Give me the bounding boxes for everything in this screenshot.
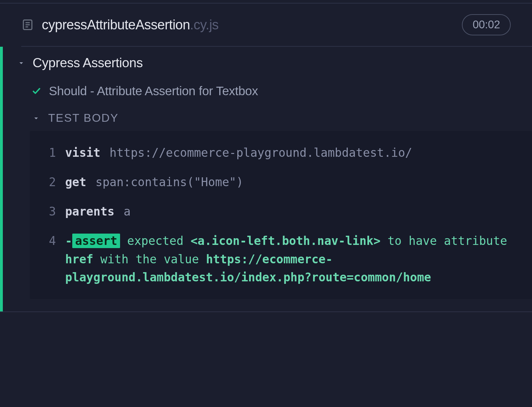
command-args: https://ecommerce-playground.lambdatest.… [109,146,412,160]
assert-content: -assertexpected <a.icon-left.both.nav-li… [65,232,522,286]
command-number: 2 [40,173,65,191]
command-name: visit [65,146,100,160]
chevron-down-icon [17,59,26,67]
assert-to-have: to have attribute [387,234,507,248]
command-name: get [65,175,86,189]
command-number: 1 [40,144,65,162]
assert-pill: assert [72,234,120,248]
assert-expected: expected [127,234,191,248]
test-title: Should - Attribute Assertion for Textbox [49,84,258,98]
command-row[interactable]: 3 parentsa [30,197,532,226]
command-content: visithttps://ecommerce-playground.lambda… [65,144,522,162]
spec-title: cypressAttributeAssertion.cy.js [42,17,219,33]
test-body-row[interactable]: TEST BODY [32,111,532,125]
assert-dash: - [65,234,72,248]
suite-title: Cypress Assertions [33,56,143,70]
test-block: Cypress Assertions Should - Attribute As… [0,47,532,311]
bottom-divider [0,311,532,312]
command-args: span:contains("Home") [96,175,243,189]
chevron-down-icon [32,114,40,122]
assert-attr: href [65,252,93,266]
test-row[interactable]: Should - Attribute Assertion for Textbox [32,84,532,98]
command-log: 1 visithttps://ecommerce-playground.lamb… [30,131,532,299]
timer-badge: 00:02 [462,14,511,35]
command-number: 4 [40,232,65,250]
command-content: parentsa [65,202,522,220]
spec-file-icon [21,18,34,31]
spec-ext: .cy.js [190,17,219,32]
spec-header: cypressAttributeAssertion.cy.js 00:02 [0,4,532,46]
assert-selector: <a.icon-left.both.nav-link> [191,234,380,248]
suite-row[interactable]: Cypress Assertions [17,56,532,70]
assert-row[interactable]: 4 -assertexpected <a.icon-left.both.nav-… [30,226,532,292]
spec-name: cypressAttributeAssertion [42,17,190,32]
assert-with-value: with the value [100,252,206,266]
test-body-label: TEST BODY [48,111,119,125]
checkmark-icon [32,86,41,96]
command-content: getspan:contains("Home") [65,173,522,191]
command-name: parents [65,205,114,218]
command-row[interactable]: 2 getspan:contains("Home") [30,167,532,197]
command-number: 3 [40,202,65,220]
command-args: a [124,205,131,218]
command-row[interactable]: 1 visithttps://ecommerce-playground.lamb… [30,138,532,167]
